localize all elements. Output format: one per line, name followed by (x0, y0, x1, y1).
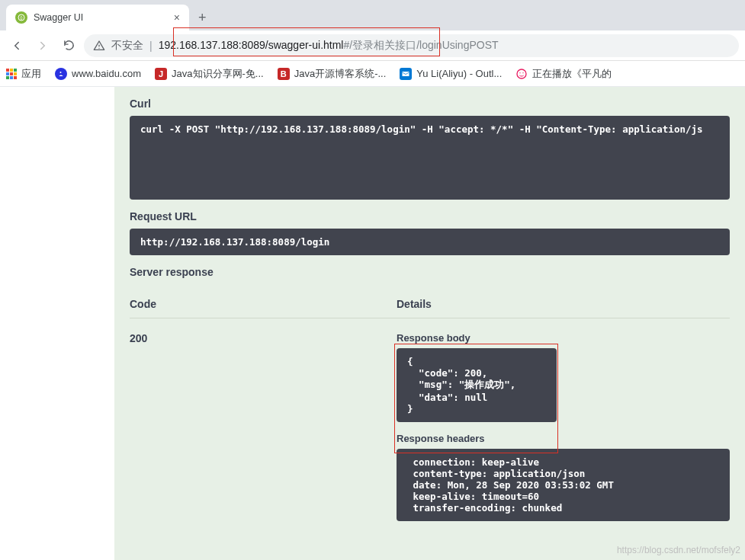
reload-button[interactable] (58, 35, 79, 56)
swagger-favicon: {} (15, 11, 27, 24)
baidu-icon (55, 68, 67, 80)
svg-point-7 (523, 72, 524, 73)
b-icon: B (278, 68, 290, 80)
server-response-label: Server response (130, 255, 730, 284)
svg-rect-4 (403, 72, 409, 76)
svg-point-5 (517, 69, 526, 78)
bookmarks-bar: 应用 www.baidu.com J Java知识分享网-免... B Java… (0, 61, 745, 87)
svg-text:{}: {} (20, 15, 23, 20)
address-bar[interactable]: 不安全 | 192.168.137.188:8089/swagger-ui.ht… (84, 34, 739, 57)
bookmark-outlook[interactable]: Yu Li(Aliyu) - Outl... (400, 68, 502, 80)
response-header-row: Code Details (130, 290, 730, 318)
response-table: Code Details 200 Response body { "code":… (130, 290, 730, 521)
bookmark-baidu[interactable]: www.baidu.com (55, 68, 141, 80)
browser-tab[interactable]: {} Swagger UI × (6, 5, 189, 30)
insecure-label: 不安全 (111, 39, 143, 53)
code-header: Code (130, 298, 397, 310)
bookmark-label: Yu Li(Aliyu) - Outl... (416, 68, 502, 79)
svg-point-3 (98, 47, 99, 48)
outlook-icon (400, 68, 412, 80)
close-icon[interactable]: × (174, 11, 180, 24)
bookmark-label: Java开源博客系统-... (294, 67, 387, 81)
url-text: 192.168.137.188:8089/swagger-ui.html#/登录… (159, 39, 499, 53)
face-icon (515, 68, 528, 80)
bookmark-java2[interactable]: B Java开源博客系统-... (278, 67, 387, 81)
back-button[interactable] (6, 35, 27, 56)
page-content: Curl curl -X POST "http://192.168.137.18… (0, 87, 745, 560)
request-url-label: Request URL (130, 200, 730, 229)
bookmark-label: Java知识分享网-免... (172, 67, 264, 81)
status-code: 200 (130, 332, 397, 521)
bookmark-label: www.baidu.com (72, 68, 141, 79)
curl-command-box[interactable]: curl -X POST "http://192.168.137.188:808… (130, 116, 730, 200)
response-body-label: Response body (397, 332, 730, 344)
j-icon: J (155, 68, 167, 80)
bookmark-java1[interactable]: J Java知识分享网-免... (155, 67, 264, 81)
apps-button[interactable]: 应用 (6, 67, 41, 81)
bookmark-label: 正在播放《平凡的 (532, 67, 612, 81)
details-header: Details (397, 298, 730, 310)
bookmark-playing[interactable]: 正在播放《平凡的 (515, 67, 612, 81)
tab-title: Swagger UI (34, 12, 83, 23)
browser-toolbar: 不安全 | 192.168.137.188:8089/swagger-ui.ht… (0, 30, 745, 61)
warning-icon (93, 40, 105, 52)
response-row: 200 Response body { "code": 200, "msg": … (130, 318, 730, 521)
response-headers-box[interactable]: connection: keep-alive content-type: app… (397, 449, 730, 521)
response-details: Response body { "code": 200, "msg": "操作成… (397, 332, 730, 521)
forward-button[interactable] (32, 35, 53, 56)
swagger-response-panel: Curl curl -X POST "http://192.168.137.18… (114, 87, 745, 560)
apps-icon (6, 69, 17, 79)
request-url-box[interactable]: http://192.168.137.188:8089/login (130, 229, 730, 255)
new-tab-button[interactable]: + (189, 10, 216, 30)
watermark: https://blog.csdn.net/mofsfely2 (617, 545, 740, 555)
response-body-box[interactable]: { "code": 200, "msg": "操作成功", "data": nu… (397, 348, 557, 422)
apps-label: 应用 (21, 67, 41, 81)
curl-label: Curl (130, 87, 730, 116)
separator: | (149, 40, 153, 52)
tab-strip: {} Swagger UI × + (0, 0, 745, 30)
svg-point-6 (520, 72, 521, 73)
response-headers-label: Response headers (397, 433, 730, 444)
